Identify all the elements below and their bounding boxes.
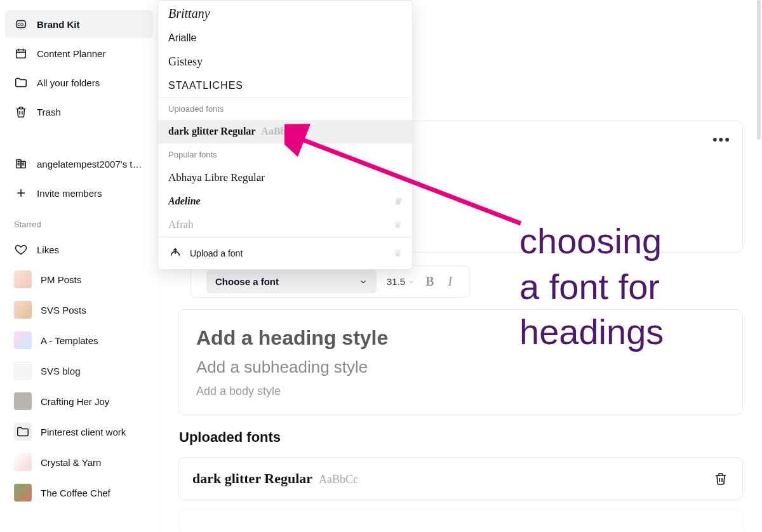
crown-icon: ♛	[394, 248, 402, 258]
nav-item-brand-kit[interactable]: CO. Brand Kit	[5, 10, 153, 38]
starred-label: Crystal & Yarn	[41, 457, 101, 468]
choose-font-dropdown[interactable]: Choose a font	[206, 270, 377, 293]
uploaded-fonts-header: Uploaded fonts	[158, 98, 412, 120]
bold-button[interactable]: B	[422, 272, 438, 291]
starred-item-coffee-chef[interactable]: The Coffee Chef	[5, 478, 153, 507]
annotation-text: choosing a font for headings	[519, 218, 664, 355]
starred-item-a-templates[interactable]: A - Templates	[5, 326, 153, 355]
nav-item-content-planner[interactable]: Content Planner	[5, 39, 153, 67]
font-size-select[interactable]: 31.5	[387, 276, 415, 287]
thumbnail	[14, 453, 32, 471]
svg-line-5	[296, 137, 521, 223]
uploaded-font-name: dark glitter Regular	[192, 470, 312, 487]
svg-rect-3	[17, 160, 21, 168]
uploaded-font-sample: AaBbCc	[319, 473, 358, 486]
starred-item-crafting-her-joy[interactable]: Crafting Her Joy	[5, 387, 153, 416]
starred-item-svs-blog[interactable]: SVS blog	[5, 356, 153, 385]
home-icon	[14, 0, 28, 2]
invite-members-button[interactable]: Invite members	[5, 179, 153, 207]
nav-label: All your folders	[37, 77, 100, 88]
folder-icon	[14, 76, 28, 90]
starred-label: Crafting Her Joy	[41, 396, 109, 407]
font-option-arialle[interactable]: Arialle	[158, 27, 412, 50]
brandkit-icon: CO.	[14, 17, 28, 31]
folder-icon	[14, 423, 32, 441]
upload-label: Upload a font	[190, 248, 243, 258]
team-icon	[14, 157, 28, 171]
thumbnail	[14, 362, 32, 380]
heart-icon	[14, 243, 28, 256]
thumbnail	[14, 331, 32, 349]
team-label: angelatempest2007's team	[37, 159, 144, 170]
uploaded-font-row: dark glitter Regular AaBbCc	[178, 457, 743, 500]
thumbnail	[14, 392, 32, 410]
nav-item-all-folders[interactable]: All your folders	[5, 69, 153, 96]
chevron-down-icon	[359, 277, 368, 286]
italic-button[interactable]: I	[444, 272, 457, 291]
annotation-arrow	[284, 121, 538, 248]
font-toolbar: Choose a font 31.5 B I	[190, 265, 470, 298]
delete-font-button[interactable]	[713, 471, 728, 486]
nav-label: Brand Kit	[37, 19, 80, 30]
starred-header: Starred	[0, 215, 158, 234]
upload-icon	[168, 246, 182, 260]
uploaded-font-row	[178, 508, 743, 532]
starred-item-pinterest-client[interactable]: Pinterest client work	[5, 417, 153, 446]
starred-item-crystal-yarn[interactable]: Crystal & Yarn	[5, 448, 153, 477]
nav-item-unknown[interactable]	[5, 0, 153, 9]
team-switcher[interactable]: angelatempest2007's team	[5, 150, 153, 178]
nav-label: Trash	[37, 107, 61, 117]
starred-label: A - Templates	[41, 335, 98, 346]
font-option-gistesy[interactable]: Gistesy	[158, 50, 412, 74]
starred-label: SVS blog	[41, 366, 81, 376]
nav-label: Content Planner	[37, 48, 105, 59]
starred-likes[interactable]: Likes	[5, 236, 153, 263]
add-body-style[interactable]: Add a body style	[196, 385, 725, 398]
starred-label: PM Posts	[41, 274, 81, 285]
starred-label: Pinterest client work	[41, 427, 126, 437]
font-preview: dark glitter Regular AaBbCc	[192, 470, 358, 487]
add-subheading-style[interactable]: Add a subheading style	[196, 357, 725, 377]
font-size-value: 31.5	[387, 276, 405, 287]
trash-icon	[14, 105, 28, 119]
scrollbar[interactable]	[756, 0, 762, 532]
thumbnail	[14, 270, 32, 288]
calendar-icon	[14, 46, 28, 60]
thumbnail	[14, 484, 32, 502]
starred-label: SVS Posts	[41, 305, 86, 316]
plus-icon	[14, 186, 28, 200]
scrollbar-thumb[interactable]	[757, 0, 761, 140]
starred-item-svs-posts[interactable]: SVS Posts	[5, 295, 153, 324]
sidebar: CO. Brand Kit Content Planner All your f…	[0, 0, 159, 532]
more-icon[interactable]: •••	[712, 131, 731, 148]
uploaded-fonts-title: Uploaded fonts	[179, 429, 743, 446]
thumbnail	[14, 301, 32, 319]
svg-rect-2	[17, 50, 26, 58]
nav-item-trash[interactable]: Trash	[5, 98, 153, 126]
starred-item-pm-posts[interactable]: PM Posts	[5, 265, 153, 294]
svg-text:CO.: CO.	[17, 22, 25, 27]
invite-label: Invite members	[37, 188, 102, 199]
starred-label: The Coffee Chef	[41, 488, 110, 498]
likes-label: Likes	[37, 244, 59, 255]
font-option-brittany[interactable]: Brittany	[158, 1, 412, 27]
font-option-staatliches[interactable]: Staatliches	[158, 74, 412, 97]
choose-font-label: Choose a font	[215, 276, 279, 287]
